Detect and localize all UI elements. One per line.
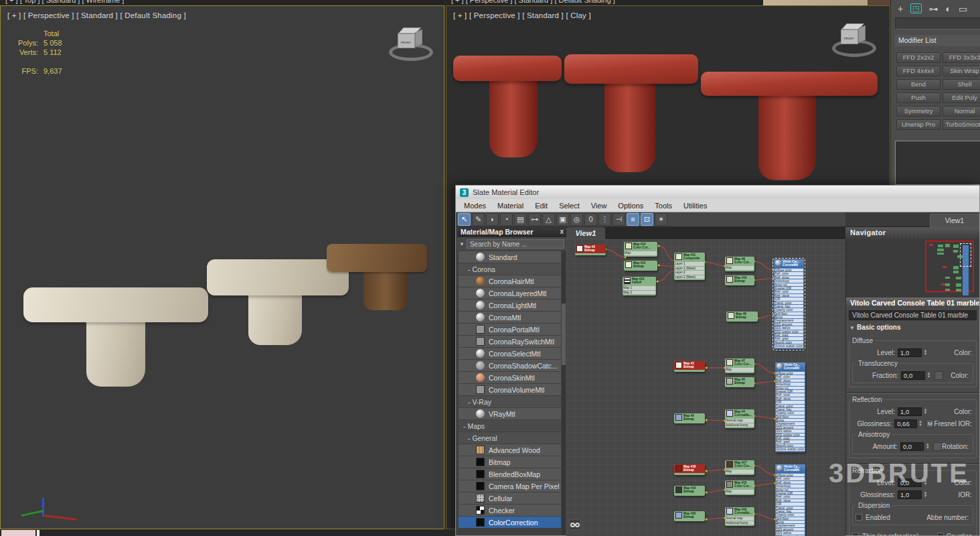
put-to-library-icon[interactable]: ◗ xyxy=(486,213,499,226)
browser-item-coronalayeredmtl[interactable]: CoronaLayeredMtl xyxy=(459,287,561,299)
display-icon[interactable]: ▭ xyxy=(959,3,967,14)
node-slot[interactable]: Layer 2 xyxy=(675,271,704,275)
browser-item-camera-map-per-pixel[interactable]: Camera Map Per Pixel xyxy=(459,480,561,492)
node-slot[interactable]: Self-illum xyxy=(774,312,803,315)
node-slot[interactable]: Refl. gloss xyxy=(774,276,803,279)
node-slot[interactable]: SSS amount xyxy=(776,528,805,531)
navigator-header[interactable]: Navigator xyxy=(845,227,979,239)
node-slot[interactable]: Refl. gloss xyxy=(776,379,805,382)
menu-utilities[interactable]: Utilities xyxy=(683,202,707,210)
node-slot[interactable]: Absorb color xyxy=(776,444,805,447)
viewport-shaded[interactable]: [ + ] [ Perspective ] [ Standard ] [ Def… xyxy=(0,5,444,529)
node-slot[interactable]: Bump xyxy=(774,316,803,318)
move-children-icon[interactable]: ⊶ xyxy=(528,213,541,226)
basic-options-rollout[interactable]: ▼Basic options xyxy=(846,324,979,334)
material-node[interactable]: Vitolo Car...CoronaMtlDiffuse colorRefl.… xyxy=(774,259,804,349)
browser-group--general[interactable]: - General xyxy=(459,432,561,444)
node-slot[interactable]: Anisotropy xyxy=(774,279,803,282)
menu-modes[interactable]: Modes xyxy=(464,202,486,210)
modifier-button-shell[interactable]: Shell xyxy=(943,79,980,90)
navigator-view-tab[interactable]: View1 xyxy=(930,214,979,227)
node-slot[interactable]: Absorb color xyxy=(774,341,803,344)
diffuse-level-spinner[interactable]: ▲▼ xyxy=(922,348,928,357)
node-slot[interactable]: SSS radius xyxy=(774,326,803,329)
map-node[interactable]: Map #13FalloffMap 1Map 2 xyxy=(623,277,656,295)
node-slot[interactable]: Diffuse color xyxy=(776,372,805,375)
diffuse-level-field[interactable]: 1,0 xyxy=(898,348,922,357)
motion-icon[interactable]: ◐ xyxy=(946,3,951,14)
node-slot[interactable]: SSS scatter color xyxy=(774,330,803,333)
browser-item-coronalightmtl[interactable]: CoronaLightMtl xyxy=(459,299,561,311)
node-slot[interactable]: Normal map xyxy=(726,419,754,423)
browser-item-coronamtl[interactable]: CoronaMtl xyxy=(459,312,561,323)
browser-item-coronahairmtl[interactable]: CoronaHairMtl xyxy=(459,275,561,287)
viewcube[interactable]: FRONT xyxy=(386,23,437,66)
map-node[interactable]: Map #11CompositeLayer 1Layer 1 (Mask)Lay… xyxy=(674,253,705,280)
map-node[interactable]: Map #14Color Cor...Map xyxy=(624,242,657,257)
map-node[interactable]: Map #12Bitmap xyxy=(624,261,657,271)
navigator-minimap[interactable] xyxy=(925,241,974,292)
anisotropy-map-button[interactable] xyxy=(933,442,942,451)
node-slot[interactable]: Map xyxy=(726,368,754,372)
modifier-button-skin-wrap[interactable]: Skin Wrap xyxy=(943,66,980,76)
viewcube-front-face[interactable]: FRONT xyxy=(398,34,415,48)
modifier-button-edit-poly[interactable]: Edit Poly xyxy=(943,92,980,103)
node-slot[interactable]: Bump xyxy=(776,521,805,523)
show-shaded-material-icon[interactable]: ▣ xyxy=(556,213,569,226)
thin-refraction-checkbox[interactable] xyxy=(852,533,859,535)
material-node[interactable]: Vitolo Ca...CoronaMtlDiffuse colorRefl. … xyxy=(775,464,805,536)
modifier-list-dropdown[interactable]: Modifier List xyxy=(895,35,980,46)
material-name-field[interactable]: Vitolo Carved Console Table 01 marble xyxy=(849,310,977,320)
reflection-glossiness-map-button[interactable]: M xyxy=(926,419,934,428)
menu-options[interactable]: Options xyxy=(618,202,643,210)
modifier-stack-box[interactable] xyxy=(895,141,980,185)
node-slot[interactable]: Refr. color xyxy=(776,393,805,396)
node-slot[interactable]: Fresnel IOR xyxy=(776,492,805,494)
modify-panel-icon[interactable]: ◳ xyxy=(910,3,921,13)
node-slot[interactable]: Map 1 xyxy=(623,286,655,290)
pick-material-from-object-icon[interactable]: ✎ xyxy=(472,213,485,226)
node-slot[interactable]: Refr. gloss xyxy=(776,499,805,502)
viewcube-front-face[interactable]: FRONT xyxy=(841,29,858,44)
reflection-glossiness-field[interactable]: 0,66 xyxy=(894,419,917,428)
modifier-button-symmetry[interactable]: Symmetry xyxy=(896,106,941,117)
node-slot[interactable]: Anisotropy xyxy=(776,484,805,487)
hide-unused-nodeslots-icon[interactable]: △ xyxy=(542,213,555,226)
menu-edit[interactable]: Edit xyxy=(535,202,548,210)
node-slot[interactable]: Displacement xyxy=(776,422,805,425)
select-tool-icon[interactable]: ↖ xyxy=(458,213,471,226)
select-tree-icon[interactable]: ⊣ xyxy=(612,213,625,226)
node-slot[interactable]: Bump xyxy=(776,419,805,421)
map-node[interactable]: Map #17Color Cor...Map xyxy=(725,460,754,475)
node-slot[interactable]: Refl. color xyxy=(776,477,805,480)
node-slot[interactable]: Opacity color xyxy=(776,513,805,516)
anisotropy-amount-field[interactable]: 0,0 xyxy=(900,442,924,451)
tab-view1[interactable]: View1 xyxy=(566,227,605,239)
browser-item-bitmap[interactable]: Bitmap xyxy=(459,456,561,468)
render-map-icon[interactable]: ✶ xyxy=(655,213,667,226)
node-slot[interactable]: Transl. color xyxy=(774,302,803,304)
node-slot[interactable]: Additional bump xyxy=(726,423,754,427)
node-slot[interactable]: Refl. gloss xyxy=(776,481,805,484)
viewcube-side-face[interactable] xyxy=(415,29,422,47)
hierarchy-icon[interactable]: ⊶ xyxy=(929,3,938,14)
assign-material-to-selection-icon[interactable]: ◔ xyxy=(500,213,513,226)
modifier-button-ffd-3x3x3[interactable]: FFD 3x3x3 xyxy=(943,52,980,63)
node-slot[interactable]: Refl. grad xyxy=(774,334,803,336)
node-slot[interactable]: Refr. gloss xyxy=(776,397,805,400)
map-node[interactable]: Map #20Bitmap xyxy=(674,511,705,521)
browser-item-coronarayswitchmtl[interactable]: CoronaRaySwitchMtl xyxy=(459,336,561,347)
node-slot[interactable]: Map xyxy=(726,266,754,270)
node-slot[interactable]: Opacity color xyxy=(776,411,805,414)
browser-scrollbar-thumb[interactable] xyxy=(562,304,566,365)
node-slot[interactable]: Transl. color xyxy=(776,507,805,509)
modifier-button-normal[interactable]: Normal xyxy=(943,106,980,117)
pan-zoom-tool-icon[interactable] xyxy=(569,519,581,530)
node-slot[interactable]: Self-illum xyxy=(776,415,805,418)
browser-group--v-ray[interactable]: - V-Ray xyxy=(459,396,561,407)
node-slot[interactable]: Aniso rot. xyxy=(774,283,803,286)
delete-selected-icon[interactable]: ▤ xyxy=(514,213,527,226)
modifier-button-unwrap-pro[interactable]: Unwrap Pro xyxy=(896,119,941,130)
browser-item-standard[interactable]: Standard xyxy=(459,251,561,263)
browser-search-input[interactable]: Search by Name ... xyxy=(467,239,564,249)
